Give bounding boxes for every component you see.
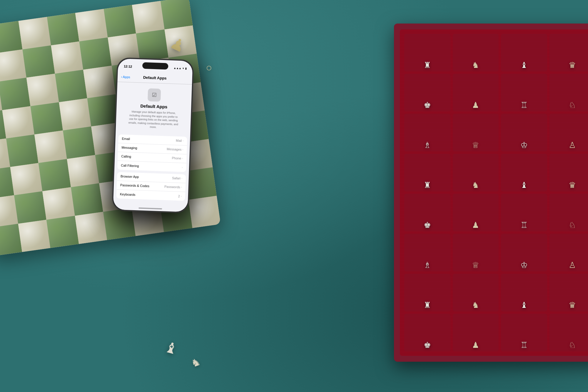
piece-slot: ♘ [549, 314, 588, 351]
chess-piece-icon: ♜ [424, 300, 431, 310]
app-description: Manage your default apps for iPhone, inc… [127, 110, 180, 130]
chess-cell [67, 155, 99, 187]
chess-piece-icon: ♜ [424, 60, 431, 70]
browser-value: Safari › [172, 176, 182, 180]
chess-piece-icon: ♞ [472, 180, 479, 190]
call-filtering-chevron-icon: › [182, 166, 183, 169]
piece-slot: ♝ [501, 274, 547, 311]
email-chevron-icon: › [183, 139, 183, 142]
chess-cell [26, 74, 59, 106]
piece-slot: ♛ [549, 154, 588, 191]
back-label: Apps [123, 75, 130, 79]
chess-cell [10, 163, 42, 195]
chess-cell [19, 17, 51, 49]
chess-piece-icon: ♘ [569, 220, 576, 230]
iphone: 12:12 ▲▲▲ ▾ ▮ ‹ Apps Default Apps [112, 58, 194, 213]
keyboards-label: Keyboards [120, 192, 136, 196]
calling-current: Phone [172, 156, 181, 160]
chess-cell [30, 102, 63, 134]
iphone-screen: 12:12 ▲▲▲ ▾ ▮ ‹ Apps Default Apps [113, 59, 193, 212]
back-chevron-icon: ‹ [121, 75, 122, 79]
chess-cell [188, 196, 220, 228]
piece-slot: ♛ [549, 274, 588, 311]
chess-cell [83, 66, 116, 98]
chess-piece-icon: ♗ [424, 140, 431, 150]
piece-slot: ♜ [404, 34, 450, 71]
battery-icon: ▮ [185, 67, 187, 70]
piece-slot: ♛ [549, 34, 588, 71]
chess-cell [103, 208, 136, 240]
chess-cell [59, 98, 91, 130]
messaging-label: Messaging [121, 146, 137, 150]
piece-slot: ♖ [501, 314, 547, 351]
chess-piece-icon: ♟ [472, 220, 479, 230]
passwords-value: Passwords › [164, 185, 182, 189]
chess-piece-icon: ♕ [472, 260, 479, 270]
chess-piece-icon: ♜ [424, 180, 431, 190]
status-time: 12:12 [124, 64, 132, 68]
chess-piece-icon: ♚ [424, 340, 431, 350]
chess-piece-icon: ♙ [569, 140, 576, 150]
chess-piece-icon: ♛ [569, 60, 576, 70]
default-apps-icon: ☑ [148, 88, 161, 102]
wifi-icon: ▾ [183, 67, 184, 70]
calling-value: Phone › [172, 156, 183, 160]
chess-cell [47, 13, 79, 45]
browser-label: Browser App [121, 175, 139, 179]
calling-chevron-icon: › [182, 157, 183, 160]
chess-cell [51, 41, 83, 74]
passwords-chevron-icon: › [181, 186, 182, 189]
piece-slot: ♟ [453, 314, 499, 351]
passwords-label: Passwords & Codes [120, 184, 149, 188]
chess-cell [71, 183, 103, 216]
status-icons: ▲▲▲ ▾ ▮ [173, 66, 187, 70]
chess-cell [14, 191, 46, 223]
chess-piece-icon: ♖ [520, 220, 528, 230]
email-label: Email [122, 137, 130, 141]
chess-piece-icon: ♝ [520, 300, 528, 310]
piece-slot: ♞ [453, 154, 499, 191]
messaging-current: Messages [167, 147, 182, 151]
settings-group-1: Email Mail › Messaging Messages › [117, 134, 187, 172]
chess-piece-box: ♜♞♝♛♚♟♖♘♗♕♔♙♜♞♝♛♚♟♖♘♗♕♔♙♜♞♝♛♚♟♖♘ [394, 24, 588, 362]
call-filtering-value: › [182, 166, 183, 169]
piece-slot: ♘ [549, 74, 588, 111]
checkmark-icon: ☑ [152, 92, 157, 99]
chess-cell [6, 134, 38, 167]
chess-piece-icon: ♔ [520, 140, 528, 150]
chess-cell [75, 9, 108, 41]
chess-cell [42, 187, 75, 220]
email-current: Mail [176, 139, 182, 143]
back-button[interactable]: ‹ Apps [121, 75, 130, 79]
chess-cell [55, 70, 87, 102]
chess-piece-icon: ♟ [472, 100, 479, 110]
content-area: ☑ Default Apps Manage your default apps … [113, 82, 192, 212]
nav-title: Default Apps [143, 75, 167, 81]
email-value: Mail › [176, 139, 184, 143]
messaging-value: Messages › [167, 147, 183, 151]
chess-piece-icon: ♚ [424, 220, 431, 230]
piece-slot: ♝ [501, 34, 547, 71]
chess-cell [0, 78, 30, 110]
scene: ♜♞♝♛♚♟♖♘♗♕♔♙♜♞♝♛♚♟♖♘♗♕♔♙♜♞♝♛♚♟♖♘ ♟ ○ ♝ ♞… [0, 0, 588, 392]
piece-slot: ♚ [404, 74, 450, 111]
chess-cell [79, 37, 111, 70]
chess-piece-icon: ♗ [424, 260, 431, 270]
chess-cell [18, 220, 50, 252]
piece-slot: ♙ [549, 234, 588, 271]
keyboards-chevron-icon: › [181, 195, 182, 198]
browser-chevron-icon: › [181, 177, 182, 180]
piece-slot: ♞ [453, 274, 499, 311]
chess-piece-icon: ♖ [520, 100, 528, 110]
chess-piece-icon: ♛ [569, 180, 576, 190]
chess-cell [160, 0, 193, 29]
calling-label: Calling [121, 155, 131, 159]
piece-slot: ♚ [404, 314, 450, 351]
piece-slot: ♖ [501, 194, 547, 231]
piece-slot: ♕ [453, 114, 499, 151]
chess-cell [87, 94, 119, 126]
chess-cell [136, 29, 168, 62]
chess-cell [2, 106, 34, 139]
chess-cell [22, 45, 55, 78]
signal-icon: ▲▲▲ [173, 66, 181, 70]
